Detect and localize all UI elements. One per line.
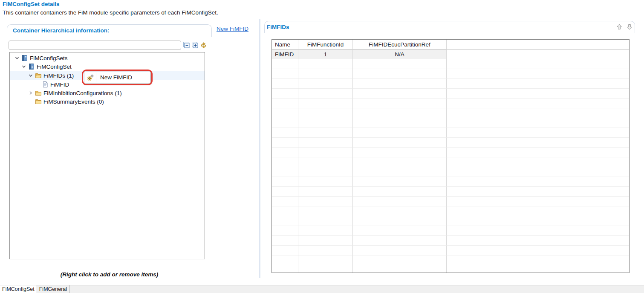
refresh-icon[interactable] (200, 41, 207, 49)
empty-cell[interactable] (298, 89, 353, 99)
table-cell-fimfunctionid[interactable]: 1 (298, 49, 353, 59)
empty-cell (447, 138, 629, 148)
empty-cell[interactable] (298, 59, 353, 69)
empty-cell (447, 128, 629, 138)
empty-cell[interactable] (272, 148, 298, 157)
empty-cell[interactable] (298, 148, 353, 157)
empty-cell[interactable] (298, 255, 353, 265)
empty-cell[interactable] (353, 265, 447, 273)
column-header-name[interactable]: Name (272, 40, 298, 49)
empty-cell[interactable] (298, 79, 353, 89)
empty-cell[interactable] (298, 226, 353, 236)
chevron-down-icon[interactable] (28, 73, 34, 78)
empty-cell[interactable] (353, 118, 447, 128)
empty-cell[interactable] (298, 128, 353, 138)
empty-cell[interactable] (353, 99, 447, 108)
chevron-right-icon[interactable] (28, 90, 34, 96)
table-cell-empty (447, 49, 629, 59)
tree-item-label: FiMConfigSets (30, 55, 68, 61)
chevron-down-icon[interactable] (14, 55, 20, 61)
empty-cell[interactable] (353, 69, 447, 79)
tree-filter-input[interactable] (9, 41, 181, 50)
empty-cell[interactable] (353, 197, 447, 206)
empty-cell[interactable] (272, 69, 298, 79)
empty-cell[interactable] (353, 138, 447, 148)
empty-cell[interactable] (298, 99, 353, 108)
empty-cell[interactable] (272, 108, 298, 118)
empty-cell[interactable] (272, 99, 298, 108)
empty-cell[interactable] (353, 108, 447, 118)
empty-cell[interactable] (353, 187, 447, 197)
empty-cell[interactable] (298, 265, 353, 273)
empty-cell[interactable] (353, 157, 447, 167)
empty-cell[interactable] (298, 246, 353, 255)
move-up-icon[interactable] (616, 23, 623, 30)
fimfids-title: FiMFIDs (267, 24, 289, 30)
empty-cell[interactable] (353, 148, 447, 157)
empty-cell[interactable] (272, 197, 298, 206)
empty-cell[interactable] (353, 167, 447, 177)
empty-cell[interactable] (298, 177, 353, 187)
column-header-fimfidecucpartitionref[interactable]: FiMFIDEcucPartitionRef (353, 40, 447, 49)
empty-cell[interactable] (353, 177, 447, 187)
empty-cell[interactable] (298, 138, 353, 148)
empty-cell[interactable] (272, 79, 298, 89)
empty-cell[interactable] (353, 206, 447, 216)
empty-cell[interactable] (272, 157, 298, 167)
empty-cell[interactable] (272, 177, 298, 187)
empty-cell[interactable] (272, 265, 298, 273)
empty-cell[interactable] (353, 226, 447, 236)
empty-cell[interactable] (272, 118, 298, 128)
empty-cell[interactable] (298, 187, 353, 197)
table-cell-name[interactable]: FiMFID (272, 49, 298, 59)
folder-icon (35, 98, 42, 105)
empty-cell[interactable] (272, 236, 298, 246)
tree-item-fiminhibitionconfigurations-1[interactable]: FiMInhibitionConfigurations (1) (10, 89, 205, 97)
empty-cell[interactable] (272, 226, 298, 236)
empty-cell[interactable] (298, 197, 353, 206)
container-hierarchical-title: Container Hierarchical information: (13, 27, 110, 34)
empty-cell[interactable] (353, 236, 447, 246)
menu-item-new-fimfid[interactable]: New FiMFID (100, 74, 132, 81)
empty-cell[interactable] (298, 108, 353, 118)
empty-cell[interactable] (272, 128, 298, 138)
tree-item-fimconfigsets[interactable]: FiMConfigSets (10, 54, 205, 62)
empty-cell[interactable] (298, 118, 353, 128)
empty-cell[interactable] (298, 216, 353, 226)
tree-item-fimsummaryevents-0[interactable]: FiMSummaryEvents (0) (10, 97, 205, 106)
empty-cell[interactable] (353, 79, 447, 89)
empty-cell (447, 79, 629, 89)
empty-cell[interactable] (272, 59, 298, 69)
table-cell-fimfidecucpartitionref[interactable]: N/A (353, 49, 447, 59)
empty-cell[interactable] (272, 187, 298, 197)
column-header-fimfunctionid[interactable]: FiMFunctionId (298, 40, 353, 49)
tree-item-fimconfigset[interactable]: FiMConfigSet (10, 62, 205, 71)
empty-cell[interactable] (272, 246, 298, 255)
empty-cell[interactable] (272, 138, 298, 148)
empty-cell[interactable] (353, 216, 447, 226)
empty-cell[interactable] (353, 89, 447, 99)
tab-fimgeneral[interactable]: FiMGeneral (37, 285, 69, 293)
empty-cell[interactable] (353, 59, 447, 69)
empty-cell[interactable] (298, 167, 353, 177)
context-menu: New FiMFID (84, 72, 150, 83)
empty-cell[interactable] (298, 157, 353, 167)
empty-cell[interactable] (272, 206, 298, 216)
chevron-down-icon[interactable] (21, 64, 27, 70)
empty-cell[interactable] (353, 255, 447, 265)
collapse-all-icon[interactable] (183, 41, 190, 49)
empty-cell[interactable] (298, 236, 353, 246)
empty-cell[interactable] (272, 216, 298, 226)
expand-all-icon[interactable] (191, 41, 199, 49)
move-down-icon[interactable] (626, 23, 633, 30)
tab-fimconfigset[interactable]: FiMConfigSet (0, 285, 37, 293)
empty-cell[interactable] (298, 206, 353, 216)
new-fimfid-link[interactable]: New FiMFID (217, 26, 248, 32)
empty-cell[interactable] (272, 255, 298, 265)
empty-cell[interactable] (353, 246, 447, 255)
empty-cell (447, 167, 629, 177)
empty-cell[interactable] (353, 128, 447, 138)
empty-cell[interactable] (272, 89, 298, 99)
empty-cell[interactable] (272, 167, 298, 177)
empty-cell[interactable] (298, 69, 353, 79)
